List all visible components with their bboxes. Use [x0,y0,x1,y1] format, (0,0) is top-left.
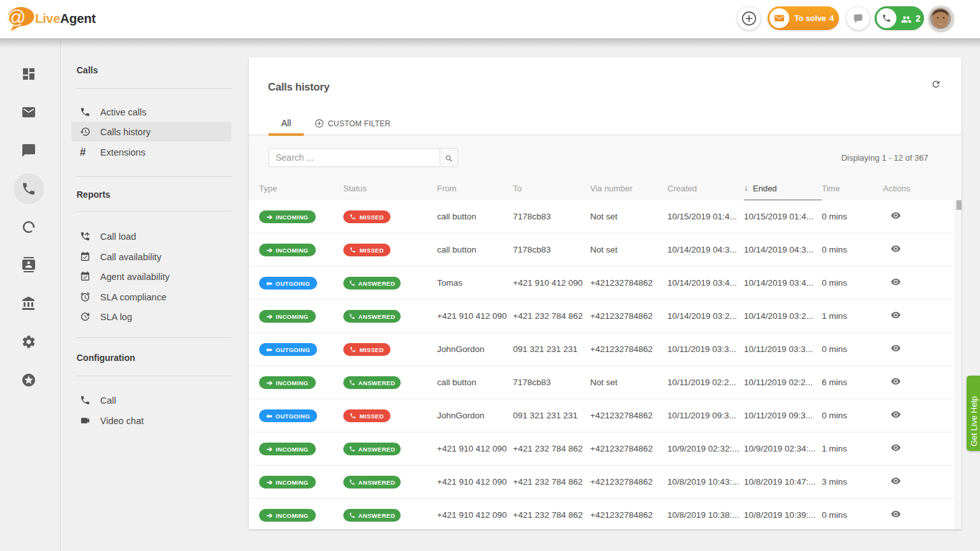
svg-text:@: @ [6,6,26,27]
